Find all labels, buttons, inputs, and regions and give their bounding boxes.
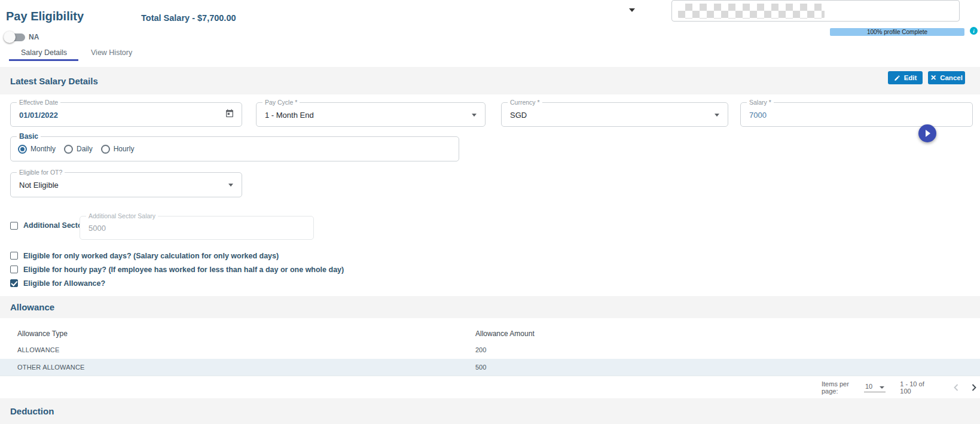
salary-input[interactable]: Salary * 7000 xyxy=(740,102,973,127)
effective-date-field[interactable]: Effective Date 01/01/2022 xyxy=(10,102,242,127)
basic-radio-group: MonthlyDailyHourly xyxy=(18,137,134,161)
calendar-icon[interactable] xyxy=(225,109,234,121)
additional-sector-salary-value: 5000 xyxy=(88,224,106,233)
checkbox-icon xyxy=(10,266,18,273)
additional-sector-label: Additional Sector xyxy=(23,221,85,230)
page-range-label: 1 - 10 of 100 xyxy=(900,380,929,395)
pencil-icon xyxy=(894,75,900,81)
radio-icon xyxy=(64,145,73,154)
allowance-amount-cell: 500 xyxy=(475,364,486,371)
page-title: Pay Eligibility xyxy=(6,10,84,23)
pay-cycle-select[interactable]: Pay Cycle * 1 - Month End xyxy=(256,102,486,127)
radio-icon xyxy=(101,145,110,154)
checkbox-icon xyxy=(10,279,18,287)
eligibility-checkbox[interactable]: Eligible for hourly pay? (If employee ha… xyxy=(10,263,344,276)
basic-rate-type-group: Basic MonthlyDailyHourly xyxy=(10,136,459,161)
edit-button[interactable]: Edit xyxy=(888,71,923,84)
eligibility-checkbox[interactable]: Eligible for only worked days? (Salary c… xyxy=(10,249,344,263)
expand-panel-button[interactable] xyxy=(918,124,936,142)
checkbox-label: Eligible for Allowance? xyxy=(23,279,105,288)
allowance-amount-cell: 200 xyxy=(475,346,486,353)
next-page-button[interactable] xyxy=(968,381,980,394)
total-salary-label: Total Salary - $7,700.00 xyxy=(141,13,236,23)
eligibility-checkbox-list: Eligible for only worked days? (Salary c… xyxy=(10,249,344,290)
items-per-page-value: 10 xyxy=(865,383,872,390)
latest-salary-band: Latest Salary Details Edit ✕ Cancel xyxy=(0,67,980,94)
chevron-down-icon xyxy=(715,114,719,117)
checkbox-icon xyxy=(10,222,18,230)
employee-search-input[interactable] xyxy=(671,0,960,22)
allowance-title: Allowance xyxy=(10,302,54,312)
pay-cycle-label: Pay Cycle * xyxy=(262,99,300,106)
header-dropdown-caret-icon[interactable] xyxy=(629,8,635,12)
eligible-ot-value: Not Eligible xyxy=(19,181,59,190)
currency-value: SGD xyxy=(510,110,527,119)
radio-label: Monthly xyxy=(30,145,56,153)
radio-option-daily[interactable]: Daily xyxy=(64,145,93,154)
eligible-ot-label: Eligible for OT? xyxy=(17,169,65,176)
cancel-button-label: Cancel xyxy=(940,74,963,81)
currency-label: Currency * xyxy=(508,99,542,106)
radio-option-hourly[interactable]: Hourly xyxy=(101,145,135,154)
currency-select[interactable]: Currency * SGD xyxy=(501,102,728,127)
close-icon: ✕ xyxy=(930,74,936,81)
info-icon[interactable]: i xyxy=(970,27,978,35)
allowance-table-row: ALLOWANCE200 xyxy=(0,341,980,359)
pay-eligibility-page: Pay Eligibility Total Salary - $7,700.00… xyxy=(0,0,980,424)
previous-page-button[interactable] xyxy=(950,381,962,394)
cancel-button[interactable]: ✕ Cancel xyxy=(928,71,965,84)
radio-label: Hourly xyxy=(114,145,135,153)
checkbox-label: Eligible for hourly pay? (If employee ha… xyxy=(23,266,344,274)
allowance-paginator: Items per page: 10 1 - 10 of 100 xyxy=(822,380,980,395)
items-per-page-select[interactable]: 10 xyxy=(864,383,886,392)
tab-salary-details[interactable]: Salary Details xyxy=(21,48,67,57)
allowance-band: Allowance xyxy=(0,296,980,318)
column-header-type: Allowance Type xyxy=(17,330,68,338)
radio-option-monthly[interactable]: Monthly xyxy=(18,145,56,154)
effective-date-label: Effective Date xyxy=(17,99,60,106)
deduction-title: Deduction xyxy=(10,406,54,416)
eligibility-checkbox[interactable]: Eligible for Allowance? xyxy=(10,276,344,290)
eligible-ot-select[interactable]: Eligible for OT? Not Eligible xyxy=(10,172,242,197)
items-per-page-label: Items per page: xyxy=(822,380,857,395)
additional-sector-salary-label: Additional Sector Salary xyxy=(86,212,158,219)
edit-button-label: Edit xyxy=(904,74,917,81)
salary-value: 7000 xyxy=(749,110,767,119)
column-header-amount: Allowance Amount xyxy=(475,330,535,338)
allowance-type-cell: ALLOWANCE xyxy=(17,346,59,353)
additional-sector-salary-input[interactable]: Additional Sector Salary 5000 xyxy=(80,216,314,240)
profile-complete-progress: 100% profile Complete xyxy=(830,28,964,36)
pay-cycle-value: 1 - Month End xyxy=(265,110,314,119)
active-tab-underline xyxy=(9,59,78,61)
effective-date-value: 01/01/2022 xyxy=(19,110,58,119)
radio-label: Daily xyxy=(77,145,93,153)
chevron-down-icon xyxy=(228,184,233,187)
checkbox-label: Eligible for only worked days? (Salary c… xyxy=(23,252,279,260)
tab-view-history[interactable]: View History xyxy=(91,48,132,57)
na-toggle-thumb[interactable] xyxy=(4,31,16,43)
allowance-table-header: Allowance Type Allowance Amount xyxy=(0,326,980,341)
chevron-down-icon xyxy=(472,114,477,117)
radio-icon xyxy=(18,145,27,154)
latest-salary-title: Latest Salary Details xyxy=(10,76,98,86)
checkbox-icon xyxy=(10,252,18,260)
deduction-band: Deduction xyxy=(0,398,980,424)
chevron-down-icon xyxy=(880,386,884,389)
salary-label: Salary * xyxy=(747,99,774,106)
redacted-text-pattern xyxy=(678,4,825,19)
na-toggle-label: NA xyxy=(29,33,39,41)
allowance-type-cell: OTHER ALLOWANCE xyxy=(17,364,85,371)
allowance-table-row: OTHER ALLOWANCE500 xyxy=(0,359,980,376)
additional-sector-checkbox[interactable]: Additional Sector xyxy=(10,221,85,230)
